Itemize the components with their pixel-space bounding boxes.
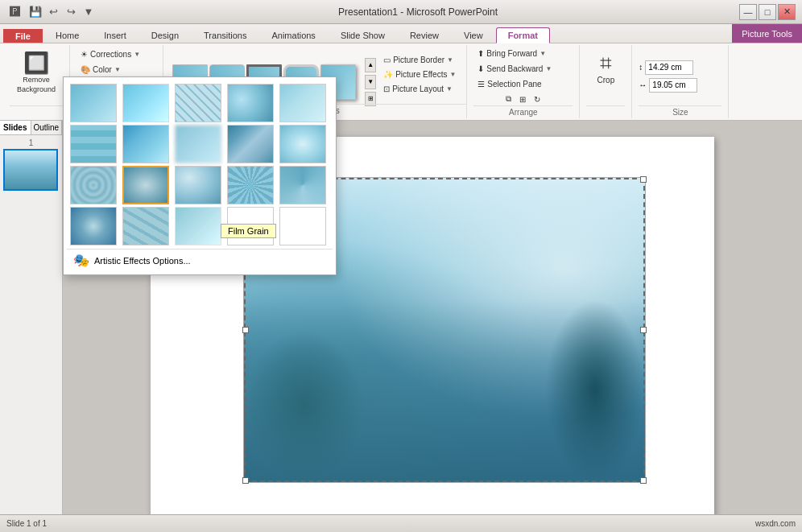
effect-marker[interactable] [122,125,169,163]
selection-pane-button[interactable]: ☰ Selection Pane [473,77,545,91]
tab-format[interactable]: Format [496,27,550,43]
effect-blur[interactable] [175,125,221,163]
remove-background-label: RemoveBackground [17,76,56,94]
effect-cement[interactable] [70,166,117,204]
slides-tabs: Slides Outline [0,121,62,135]
title-bar-left: 🅿 💾 ↩ ↪ ▼ [6,4,97,20]
tab-view[interactable]: View [452,27,495,43]
more-icon[interactable]: ▼ [81,4,97,20]
picture-effects-button[interactable]: ✨ Picture Effects ▼ [379,68,460,81]
arrange-group-content: ⬆ Bring Forward ▼ ⬇ Send Backward ▼ ☰ Se… [473,47,573,91]
tab-file[interactable]: File [3,29,43,43]
slide-thumbnail-1[interactable] [3,149,58,191]
ribbon-group-arrange: ⬆ Bring Forward ▼ ⬇ Send Backward ▼ ☰ Se… [467,45,580,118]
border-icon: ▭ [383,56,391,64]
align-button[interactable]: ⧉ [502,93,515,105]
slides-panel: Slides Outline 1 [0,121,63,532]
group-button[interactable]: ⊞ [516,93,529,105]
height-row: ↕ [639,60,693,75]
ribbon-group-size: ↕ ↔ Size [632,45,729,118]
background-group-content: 🔲 RemoveBackground [10,47,63,105]
tab-transitions[interactable]: Transitions [192,27,258,43]
width-label: ↔ [639,80,647,89]
picture-options-group: ▭ Picture Border ▼ ✨ Picture Effects ▼ ⊡… [379,53,460,96]
width-row: ↔ [639,78,697,93]
effect-pastels-smooth[interactable] [279,166,326,204]
height-label: ↕ [639,63,643,72]
handle-tr[interactable] [640,176,647,183]
crop-button[interactable]: ⌗ Crop [586,47,625,89]
ribbon-group-crop: ⌗ Crop [580,45,632,118]
color-button[interactable]: 🎨 Color ▼ [76,63,125,76]
status-text: Slide 1 of 1 [6,519,47,528]
window-controls: — □ ✕ [739,4,796,20]
effect-photocopy[interactable] [70,207,117,245]
effect-line-drawing[interactable] [175,84,221,122]
tab-animations[interactable]: Animations [259,27,327,43]
picture-layout-button[interactable]: ⊡ Picture Layout ▼ [379,82,460,96]
effect-empty-1 [227,207,274,245]
tab-slide-show[interactable]: Slide Show [329,27,397,43]
effect-glow[interactable] [279,125,326,163]
crop-group-label [586,105,625,117]
effect-none[interactable] [70,84,117,122]
outline-tab[interactable]: Outline [31,121,63,134]
tab-home[interactable]: Home [43,27,91,43]
width-input[interactable] [649,78,697,93]
undo-icon[interactable]: ↩ [45,4,61,20]
ps-scroll-down[interactable]: ▼ [365,75,376,89]
selection-pane-icon: ☰ [477,80,485,89]
handle-ml[interactable] [242,327,249,333]
quick-access-toolbar: 💾 ↩ ↪ ▼ [27,4,97,20]
close-button[interactable]: ✕ [778,4,796,20]
handle-br[interactable] [640,477,647,484]
remove-background-icon: 🔲 [23,51,49,76]
maximize-button[interactable]: □ [759,4,776,20]
redo-icon[interactable]: ↪ [63,4,79,20]
effect-light-screen[interactable] [227,166,274,204]
artistic-effects-options-button[interactable]: 🎭 Artistic Effects Options... [67,249,333,271]
minimize-button[interactable]: — [739,4,757,20]
height-input[interactable] [645,60,693,75]
picture-tools-header: Picture Tools [732,24,802,43]
layout-dropdown-arrow: ▼ [446,85,453,93]
send-backward-dropdown-arrow: ▼ [545,65,552,72]
watermark-text: wsxdn.com [755,519,796,528]
size-group-content: ↕ ↔ [639,47,721,105]
send-backward-button[interactable]: ⬇ Send Backward ▼ [473,62,556,76]
slides-tab[interactable]: Slides [0,121,31,134]
handle-bl[interactable] [242,477,249,484]
ps-scroll-up[interactable]: ▲ [365,58,376,72]
ribbon-group-background: 🔲 RemoveBackground [3,45,70,118]
slide-thumbnail-container: 1 [0,135,62,194]
tab-review[interactable]: Review [398,27,451,43]
size-group-label: Size [639,105,721,117]
send-backward-icon: ⬇ [477,64,484,73]
effect-cutout[interactable] [227,125,274,163]
save-icon[interactable]: 💾 [27,4,43,20]
effect-mosaic[interactable] [70,125,117,163]
slide-number: 1 [3,138,59,147]
effect-crisscross[interactable] [175,207,221,245]
remove-background-button[interactable]: 🔲 RemoveBackground [10,47,63,98]
corrections-icon: ☀ [81,50,88,59]
handle-mr[interactable] [640,327,647,333]
corrections-button[interactable]: ☀ Corrections ▼ [76,47,144,61]
layout-icon: ⊡ [383,85,390,93]
effects-options-icon: 🎭 [73,253,89,268]
effect-texturizer[interactable] [122,207,169,245]
picture-border-button[interactable]: ▭ Picture Border ▼ [379,53,460,67]
border-dropdown-arrow: ▼ [447,56,453,64]
effect-pencil-sketch[interactable] [122,84,169,122]
tab-insert[interactable]: Insert [92,27,138,43]
rotate-button[interactable]: ↻ [531,93,544,105]
effect-chalk-sketch[interactable] [227,84,274,122]
effect-glass[interactable] [175,166,221,204]
color-icon: 🎨 [81,65,90,74]
effects-icon: ✨ [383,70,393,79]
tab-design[interactable]: Design [139,27,191,43]
effect-watercolor[interactable] [279,84,326,122]
bring-forward-button[interactable]: ⬆ Bring Forward ▼ [473,47,550,60]
effect-film-grain[interactable] [122,166,169,204]
bring-forward-icon: ⬆ [477,49,484,58]
